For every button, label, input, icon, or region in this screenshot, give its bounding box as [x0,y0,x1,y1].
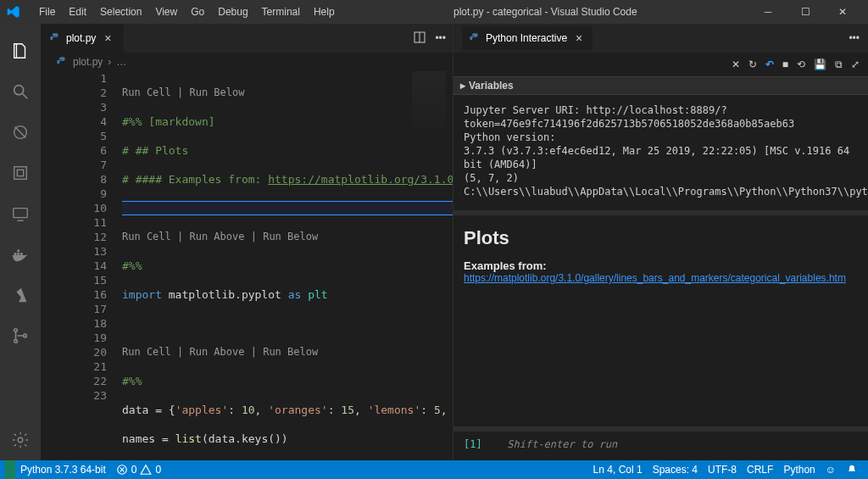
feedback-icon[interactable]: ☺ [821,464,841,476]
more-icon[interactable]: ••• [435,32,446,44]
redo-icon[interactable]: ↻ [748,58,757,70]
python-file-icon [49,32,61,44]
status-lang[interactable]: Python [778,464,820,476]
stop-icon[interactable]: ■ [782,58,788,70]
undo-icon[interactable]: ↶ [765,58,774,70]
menu-file[interactable]: File [32,3,62,21]
vscode-logo-icon [7,5,20,19]
tab-close-icon[interactable]: × [572,31,586,45]
menu-edit[interactable]: Edit [62,3,93,21]
window-title: plot.py - categorical - Visual Studio Co… [345,6,746,18]
svg-point-13 [14,340,18,343]
menu-go[interactable]: Go [184,3,211,21]
settings-icon[interactable] [0,420,41,460]
minimap[interactable] [412,71,446,139]
status-python[interactable]: Python 3.7.3 64-bit [15,464,111,476]
code-content[interactable]: Run Cell | Run Below #%% [markdown] # ##… [122,71,453,460]
menu-selection[interactable]: Selection [93,3,148,21]
status-eol[interactable]: CRLF [742,464,778,476]
status-encoding[interactable]: UTF-8 [703,464,742,476]
editor: plot.py × ••• plot.py › … 1 2 3 4 5 6 7 … [41,24,453,460]
code-editor[interactable]: 1 2 3 4 5 6 7 8 9 10 11 12 13 14 15 16 1… [41,71,453,460]
cancel-icon[interactable]: ✕ [732,58,740,70]
tab-python-interactive[interactable]: Python Interactive × [462,26,593,50]
split-editor-icon[interactable] [413,31,426,47]
save-icon[interactable]: 💾 [814,58,826,70]
svg-rect-5 [17,170,23,175]
menu-terminal[interactable]: Terminal [255,3,307,21]
gutter: 1 2 3 4 5 6 7 8 9 10 11 12 13 14 15 16 1… [41,71,122,460]
restart-icon[interactable]: ⟲ [797,58,805,70]
svg-point-15 [18,437,23,443]
docker-icon[interactable] [0,234,41,275]
menu-view[interactable]: View [148,3,184,21]
status-cursor[interactable]: Ln 4, Col 1 [588,464,648,476]
tab-close-icon[interactable]: × [101,31,114,45]
svg-point-12 [14,329,18,332]
python-file-icon [56,56,68,68]
breadcrumbs[interactable]: plot.py › … [41,53,453,71]
test-icon[interactable] [0,153,41,193]
svg-rect-9 [17,253,19,255]
editor-tabs: plot.py × ••• [41,24,453,53]
svg-point-14 [24,334,27,337]
svg-rect-10 [20,253,23,255]
svg-point-16 [53,34,53,35]
files-icon[interactable] [0,31,41,71]
svg-rect-4 [14,167,27,180]
azure-icon[interactable] [0,275,41,315]
results: Plots Examples from: https://matplotlib.… [453,215,868,426]
close-button[interactable]: ✕ [824,0,861,24]
copy-icon[interactable]: ⧉ [835,58,843,70]
tab-label: plot.py [66,32,96,44]
status-indent[interactable]: Spaces: 4 [648,464,703,476]
menu-debug[interactable]: Debug [211,3,254,21]
svg-point-0 [14,86,24,95]
input-prompt[interactable]: [1] Shift-enter to run [453,432,868,460]
svg-line-1 [23,94,28,99]
menubar: File Edit Selection View Go Debug Termin… [32,3,342,21]
debug-icon[interactable] [0,112,41,153]
current-line [122,201,453,215]
svg-rect-11 [17,250,19,253]
menu-help[interactable]: Help [307,3,342,21]
python-file-icon [469,32,481,44]
minimize-button[interactable]: ─ [749,0,787,24]
plots-heading: Plots [464,227,858,249]
svg-rect-6 [14,209,28,218]
expand-icon[interactable]: ⤢ [851,58,860,70]
more-icon[interactable]: ••• [849,32,860,44]
interactive-panel: Python Interactive × ••• ✕ ↻ ↶ ■ ⟲ 💾 ⧉ ⤢… [453,24,868,460]
server-info: Jupyter Server URI: http://localhost:888… [453,95,868,215]
status-problems[interactable]: 0 0 [111,464,166,476]
svg-rect-8 [14,253,17,255]
examples-link[interactable]: https://matplotlib.org/3.1.0/gallery/lin… [464,272,846,284]
svg-line-3 [15,127,26,138]
tab-plot-py[interactable]: plot.py × [41,24,124,53]
status-bar: Python 3.7.3 64-bit 0 0 Ln 4, Col 1 Spac… [0,460,868,479]
bell-icon[interactable] [841,464,863,476]
search-icon[interactable] [0,71,41,112]
variables-section[interactable]: ▸ Variables [453,76,868,95]
remote-indicator[interactable] [5,460,15,479]
remote-icon[interactable] [0,193,41,234]
source-control-icon[interactable] [0,315,41,356]
maximize-button[interactable]: ☐ [787,0,824,24]
titlebar: File Edit Selection View Go Debug Termin… [0,0,868,24]
activity-bar [0,24,41,460]
